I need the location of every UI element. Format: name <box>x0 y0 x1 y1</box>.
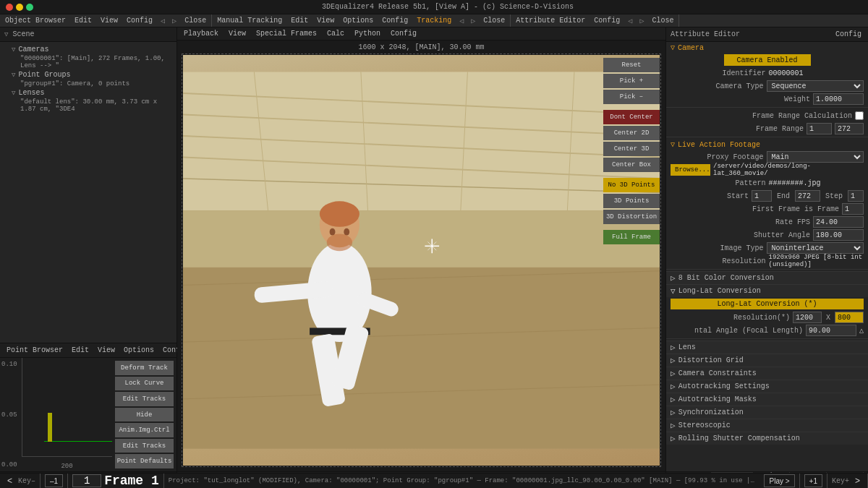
start-end-row: Start End Step <box>666 189 868 202</box>
menu-pb-view[interactable]: View <box>95 346 117 354</box>
rate-fps-input[interactable] <box>813 216 864 228</box>
attr-scroll[interactable]: ▽ Camera Camera Enabled Identifier 00000… <box>666 42 868 471</box>
pick-minus-btn[interactable]: Pick – <box>603 90 660 104</box>
shutter-angle-input[interactable] <box>813 229 864 241</box>
tree-point-groups[interactable]: ▽ Point Groups <box>0 70 176 80</box>
menu-attr-editor[interactable]: Attribute Editor <box>514 17 587 25</box>
menu-view-vp[interactable]: View <box>226 30 248 38</box>
menu-view-ob[interactable]: View <box>98 17 120 25</box>
deform-track-btn[interactable]: Deform Track <box>115 361 174 375</box>
3d-points-btn[interactable]: 3D Points <box>603 194 660 208</box>
edit-tracks-btn[interactable]: Edit Tracks <box>115 392 174 406</box>
camera-type-select[interactable]: Sequence <box>767 80 864 92</box>
camera-constraints-section[interactable]: ▷ Camera Constraints <box>666 367 868 380</box>
menu-pb[interactable]: Point Browser <box>4 346 65 354</box>
menu-options-mt[interactable]: Options <box>341 17 375 25</box>
close-mt[interactable]: Close <box>481 17 507 25</box>
proxy-footage-select[interactable]: Main <box>767 151 864 163</box>
tree-lens-item[interactable]: "default lens": 30.00 mm, 3.73 cm x 1.87… <box>0 98 176 114</box>
menu-pb-options[interactable]: Options <box>122 346 156 354</box>
menu-special-frames[interactable]: Special Frames <box>254 30 319 38</box>
longlat-angle-input[interactable] <box>806 325 856 336</box>
viewport-menus: Playback View Special Frames Calc Python… <box>182 30 419 38</box>
synchronization-section[interactable]: ▷ Synchronization <box>666 406 868 419</box>
longlat-res-x-input[interactable] <box>793 312 822 323</box>
frame-minus-btn[interactable]: –1 <box>45 474 63 487</box>
8bit-section[interactable]: ▷ 8 Bit Color Conversion <box>666 271 868 284</box>
start-input[interactable] <box>752 190 772 202</box>
menu-playback[interactable]: Playback <box>182 30 221 38</box>
close-ob[interactable]: Close <box>182 17 208 25</box>
center-3d-btn[interactable]: Center 3D <box>603 142 660 156</box>
frame-range-calc-checkbox[interactable] <box>855 111 864 120</box>
menu-object-browser[interactable]: Object Browser <box>3 17 68 25</box>
anim-img-btn[interactable]: Anim.Img.Ctrl <box>115 423 174 437</box>
browse-btn[interactable]: Browse... <box>671 164 710 176</box>
pick-plus-btn[interactable]: Pick + <box>603 74 660 88</box>
maximize-dot[interactable] <box>26 4 33 11</box>
end-input[interactable] <box>795 190 820 202</box>
menu-manual-tracking[interactable]: Manual Tracking <box>215 17 284 25</box>
longlat-res-row: Resolution(*) X <box>666 311 868 324</box>
y-label-top: 0.10 <box>1 361 17 368</box>
image-type-select[interactable]: Noninterlace <box>767 242 864 254</box>
menu-edit-mt[interactable]: Edit <box>289 17 310 25</box>
nav-left-ob[interactable]: ◁ <box>159 17 166 25</box>
autotracking-settings-section[interactable]: ▷ Autotracking Settings <box>666 380 868 393</box>
first-frame-input[interactable] <box>842 203 864 215</box>
minimize-dot[interactable] <box>16 4 23 11</box>
nav-right-mt[interactable]: ▷ <box>469 17 477 25</box>
play-btn[interactable]: Play > <box>764 474 794 487</box>
attr-config-menu[interactable]: Config <box>833 30 864 38</box>
menu-config-ob[interactable]: Config <box>124 17 155 25</box>
frame-range-end-input[interactable] <box>835 123 864 134</box>
center-box-btn[interactable]: Center Box <box>603 158 660 172</box>
close-dot[interactable] <box>6 4 13 11</box>
nav-left-btn[interactable]: < <box>4 476 15 486</box>
full-frame-btn[interactable]: Full Frame <box>603 230 660 244</box>
menu-config-mt[interactable]: Config <box>380 17 410 25</box>
tree-camera-item[interactable]: "00000001": [Main], 272 Frames, 1.00, Le… <box>0 54 176 70</box>
tree-lenses[interactable]: ▽ Lenses <box>0 88 176 98</box>
longlat-header[interactable]: ▽ Long-Lat Conversion <box>666 284 868 297</box>
tree-cameras[interactable]: ▽ Cameras <box>0 45 176 54</box>
autotracking-masks-section[interactable]: ▷ Autotracking Masks <box>666 393 868 406</box>
stereoscopic-section[interactable]: ▷ Stereoscopic <box>666 419 868 432</box>
menu-python[interactable]: Python <box>352 30 383 38</box>
nav-left-mt[interactable]: ◁ <box>458 17 465 25</box>
step-input[interactable] <box>848 190 864 202</box>
scene-expand-arrow[interactable]: ▽ <box>4 30 8 38</box>
distortion-section[interactable]: ▷ Distortion Grid <box>666 354 868 367</box>
camera-enabled-btn[interactable]: Camera Enabled <box>724 54 811 66</box>
edit-tracks-btn2[interactable]: Edit Tracks <box>115 439 174 453</box>
plus1-btn[interactable]: +1 <box>804 474 822 487</box>
no-3d-points-btn[interactable]: No 3D Points <box>603 178 660 192</box>
lock-curve-btn[interactable]: Lock Curve <box>115 377 174 391</box>
lens-section[interactable]: ▷ Lens <box>666 341 868 354</box>
frame-number-input[interactable] <box>72 474 101 487</box>
menu-calc[interactable]: Calc <box>325 30 346 38</box>
3d-distortion-btn[interactable]: 3D Distortion <box>603 210 660 224</box>
weight-input[interactable] <box>813 93 864 105</box>
menu-view-mt[interactable]: View <box>315 17 336 25</box>
nav-right-btn[interactable]: > <box>852 476 863 486</box>
frame-range-start-input[interactable] <box>807 123 832 134</box>
nav-right-ob[interactable]: ▷ <box>171 17 178 25</box>
longlat-res-y-input[interactable] <box>835 312 864 323</box>
hide-btn[interactable]: Hide <box>115 408 174 422</box>
menu-pb-edit[interactable]: Edit <box>69 346 91 354</box>
dont-center-btn[interactable]: Dont Center <box>603 110 660 124</box>
menu-config-vp[interactable]: Config <box>388 30 419 38</box>
menu-config-ae[interactable]: Config <box>592 17 622 25</box>
point-defaults-btn[interactable]: Point Defaults <box>115 454 174 468</box>
nav-right-ae[interactable]: ▷ <box>638 17 645 25</box>
center-2d-btn[interactable]: Center 2D <box>603 126 660 140</box>
rolling-shutter-section[interactable]: ▷ Rolling Shutter Compensation <box>666 432 868 445</box>
menu-tracking-active[interactable]: Tracking <box>414 17 454 25</box>
nav-left-ae[interactable]: ◁ <box>626 17 634 25</box>
frame-minus-section: –1 <box>41 474 68 488</box>
close-ae[interactable]: Close <box>650 17 676 25</box>
menu-edit-ob[interactable]: Edit <box>72 17 94 25</box>
reset-btn[interactable]: Reset <box>603 58 660 72</box>
tree-pgroup-item[interactable]: "pgroup#1": Camera, 0 points <box>0 80 176 88</box>
